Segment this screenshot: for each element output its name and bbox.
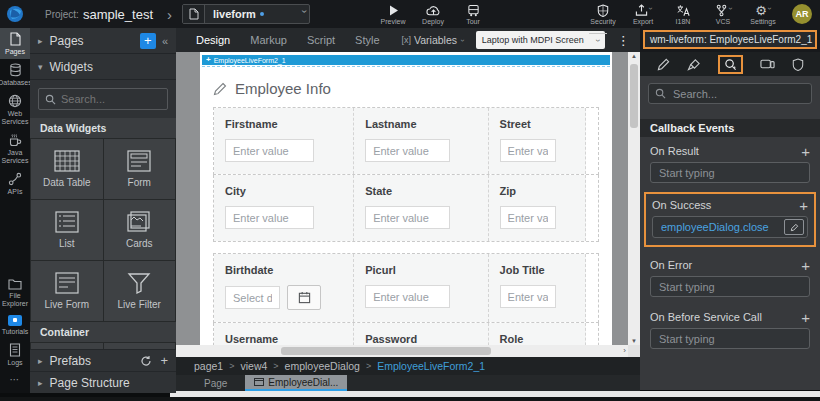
move-handle-icon[interactable]: + — [206, 56, 211, 64]
widgets-section-header[interactable]: ▾ Widgets — [30, 54, 176, 80]
pages-section-header[interactable]: ▸ Pages + « — [30, 28, 176, 54]
variables-button[interactable]: [x] Variables › — [402, 34, 464, 46]
scroll-up-icon[interactable]: ▲ — [628, 53, 640, 59]
lastname-input[interactable] — [365, 139, 450, 162]
canvas-page[interactable]: + EmployeeLiveForm2_1 Employee Info Firs… — [200, 52, 612, 345]
rail-more-button[interactable]: ⋯ — [0, 370, 30, 393]
vcs-button[interactable]: › VCS — [706, 4, 740, 25]
rail-item-web-services[interactable]: Web Services — [0, 90, 30, 129]
form-field-zip[interactable]: Zip — [489, 175, 587, 241]
page-dropdown-value: liveform — [205, 8, 256, 20]
form-fieldset: Birthdate Picurl Job Title — [212, 252, 600, 345]
tour-button[interactable]: Tour — [456, 4, 490, 25]
on-error-input[interactable] — [650, 276, 810, 297]
edit-action-button[interactable] — [784, 219, 804, 235]
breadcrumb-page1[interactable]: page1 — [194, 360, 223, 372]
add-prefab-button[interactable]: + — [160, 353, 168, 368]
add-on-result-button[interactable]: + — [801, 144, 810, 159]
vertical-scroll-thumb[interactable] — [630, 64, 638, 128]
widget-tile-cards[interactable]: Cards — [104, 200, 176, 260]
deploy-button[interactable]: Deploy — [416, 4, 450, 25]
widget-tile-live-filter[interactable]: Live Filter — [104, 261, 176, 321]
properties-search[interactable] — [640, 76, 820, 109]
security-shield-icon[interactable] — [792, 58, 804, 71]
refresh-icon[interactable] — [140, 355, 152, 367]
form-field-state[interactable]: State — [354, 175, 488, 241]
horizontal-scroll-thumb[interactable] — [281, 347, 491, 355]
device-visibility-icon[interactable] — [760, 58, 775, 70]
form-field-jobtitle[interactable]: Job Title — [489, 254, 587, 322]
widget-search-input[interactable] — [61, 93, 161, 105]
form-title[interactable]: Employee Info — [213, 80, 612, 97]
tab-markup[interactable]: Markup — [250, 34, 287, 46]
form-field-birthdate[interactable]: Birthdate — [214, 254, 354, 322]
form-field-lastname[interactable]: Lastname — [354, 108, 488, 174]
selection-header-bar[interactable]: + EmployeeLiveForm2_1 — [202, 55, 610, 65]
date-picker-button[interactable] — [287, 285, 321, 310]
styles-brush-icon[interactable] — [687, 58, 701, 71]
export-button[interactable]: › Export — [626, 4, 660, 25]
form-field-picurl[interactable]: Picurl — [354, 254, 488, 322]
page-selector-dropdown[interactable]: liveform › — [182, 4, 310, 24]
on-success-input[interactable]: employeeDialog.close — [652, 216, 808, 238]
breadcrumb-employeedialog[interactable]: employeeDialog — [285, 360, 360, 372]
state-input[interactable] — [365, 206, 450, 229]
properties-pencil-icon[interactable] — [657, 58, 670, 71]
rail-item-logs[interactable]: Logs — [0, 339, 30, 370]
picurl-input[interactable] — [365, 285, 450, 308]
on-result-input[interactable] — [650, 162, 810, 183]
scroll-right-icon[interactable]: › — [623, 345, 626, 357]
collapse-panel-icon[interactable]: « — [162, 35, 168, 47]
preview-button[interactable]: Preview — [376, 4, 410, 25]
form-field-firstname[interactable]: Firstname — [214, 108, 354, 174]
i18n-button[interactable]: I18N — [666, 4, 700, 25]
widget-tile-live-form[interactable]: Live Form — [31, 261, 103, 321]
tab-page[interactable]: Page — [204, 375, 227, 391]
wavemaker-logo-icon[interactable] — [0, 5, 30, 23]
canvas-horizontal-scrollbar[interactable]: › — [176, 345, 628, 357]
form-field-username[interactable]: Username — [214, 323, 354, 345]
tab-style[interactable]: Style — [355, 34, 379, 46]
breadcrumb-employeeliveform[interactable]: EmployeeLiveForm2_1 — [377, 360, 485, 372]
security-button[interactable]: Security — [586, 4, 620, 25]
on-before-service-call-input[interactable] — [650, 328, 810, 349]
widget-search[interactable] — [38, 88, 168, 110]
form-field-role[interactable]: Role — [489, 323, 587, 345]
page-structure-section-header[interactable]: ▸ Page Structure — [30, 371, 176, 393]
widget-tile-data-table[interactable]: Data Table — [31, 139, 103, 199]
rail-item-databases[interactable]: Databases — [0, 59, 30, 90]
zip-input[interactable] — [500, 206, 557, 229]
add-page-button[interactable]: + — [140, 33, 156, 49]
breadcrumb-view4[interactable]: view4 — [240, 360, 267, 372]
tab-design[interactable]: Design — [196, 34, 230, 46]
kebab-menu-icon[interactable]: ⋮ — [617, 33, 630, 48]
add-on-success-button[interactable]: + — [799, 198, 808, 213]
user-avatar[interactable]: AR — [792, 4, 812, 24]
birthdate-input[interactable] — [225, 286, 280, 309]
form-field-street[interactable]: Street — [489, 108, 587, 174]
rail-item-tutorials[interactable]: Tutorials — [0, 311, 30, 339]
street-input[interactable] — [500, 139, 557, 162]
add-on-error-button[interactable]: + — [801, 258, 810, 273]
form-field-city[interactable]: City — [214, 175, 354, 241]
form-field-password[interactable]: Password — [354, 323, 488, 345]
settings-button[interactable]: ⚙ › Settings — [746, 4, 780, 25]
add-on-before-service-call-button[interactable]: + — [801, 310, 810, 325]
rail-item-file-explorer[interactable]: File Explorer — [0, 274, 30, 311]
jobtitle-input[interactable] — [500, 285, 557, 308]
events-tab-icon[interactable] — [718, 55, 743, 74]
properties-search-input[interactable] — [648, 83, 812, 104]
prefabs-section-header[interactable]: ▸ Prefabs + — [30, 349, 176, 371]
rail-item-apis[interactable]: APIs — [0, 168, 30, 199]
canvas-vertical-scrollbar[interactable]: ▲ ▼ — [628, 52, 640, 345]
widget-tile-form[interactable]: Form — [104, 139, 176, 199]
tab-employee-dialog[interactable]: EmployeeDial... — [245, 375, 347, 391]
firstname-input[interactable] — [225, 139, 314, 162]
widget-tile-list[interactable]: List — [31, 200, 103, 260]
city-input[interactable] — [225, 206, 314, 229]
device-selector[interactable]: Laptop with MDPI Screen › — [476, 31, 605, 49]
rail-item-pages[interactable]: Pages — [0, 28, 30, 59]
rail-item-java-services[interactable]: Java Services — [0, 129, 30, 168]
scroll-down-icon[interactable]: ▼ — [628, 338, 640, 344]
tab-script[interactable]: Script — [307, 34, 335, 46]
